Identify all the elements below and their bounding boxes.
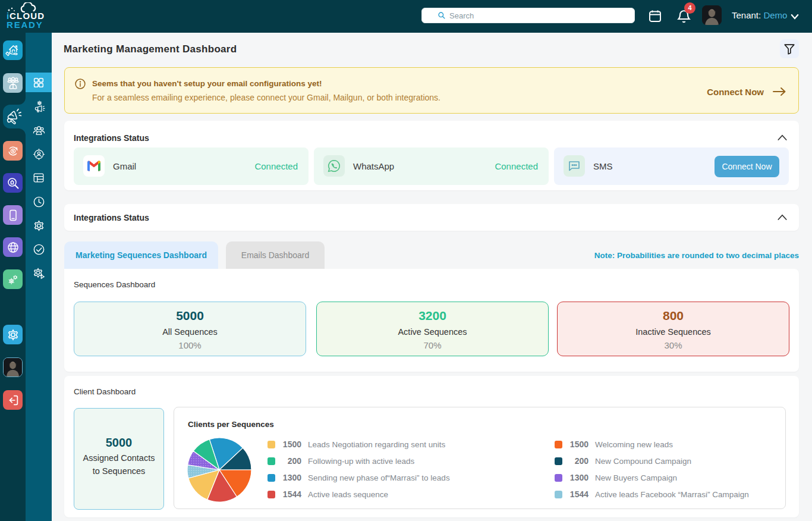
svg-text:READY: READY xyxy=(7,20,43,30)
